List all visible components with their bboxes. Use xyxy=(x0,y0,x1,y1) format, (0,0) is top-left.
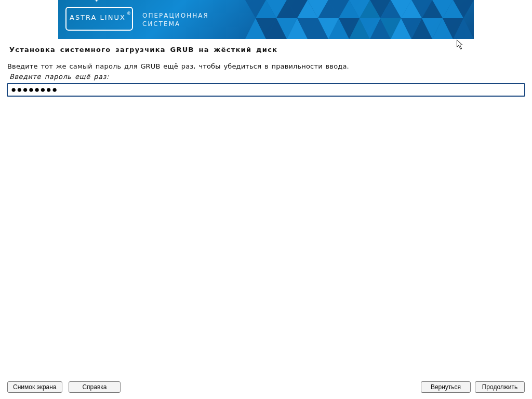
screenshot-button[interactable]: Снимок экрана xyxy=(7,381,62,393)
svg-marker-42 xyxy=(457,39,463,49)
banner-pattern xyxy=(245,0,474,39)
banner-subtitle-line1: ОПЕРАЦИОННАЯ xyxy=(142,12,209,19)
registered-mark: ® xyxy=(127,11,131,16)
header-banner: ✦ ASTRA LINUX ® ОПЕРАЦИОННАЯ СИСТЕМА xyxy=(58,0,474,39)
help-button[interactable]: Справка xyxy=(69,381,121,393)
password-confirm-input[interactable] xyxy=(7,83,525,97)
instruction-text: Введите тот же самый пароль для GRUB ещё… xyxy=(7,62,349,70)
logo-text: ASTRA LINUX xyxy=(70,14,126,21)
cursor-icon xyxy=(457,39,464,50)
back-button[interactable]: Вернуться xyxy=(421,381,471,393)
svg-marker-43 xyxy=(457,41,462,49)
page-title: Установка системного загрузчика GRUB на … xyxy=(9,46,277,54)
banner-subtitle: ОПЕРАЦИОННАЯ СИСТЕМА xyxy=(142,11,209,28)
banner-subtitle-line2: СИСТЕМА xyxy=(142,20,180,28)
footer-bar: Снимок экрана Справка Вернуться Продолжи… xyxy=(0,378,532,399)
password-field-label: Введите пароль ещё раз: xyxy=(9,73,109,81)
continue-button[interactable]: Продолжить xyxy=(475,381,525,393)
star-icon: ✦ xyxy=(94,0,100,4)
